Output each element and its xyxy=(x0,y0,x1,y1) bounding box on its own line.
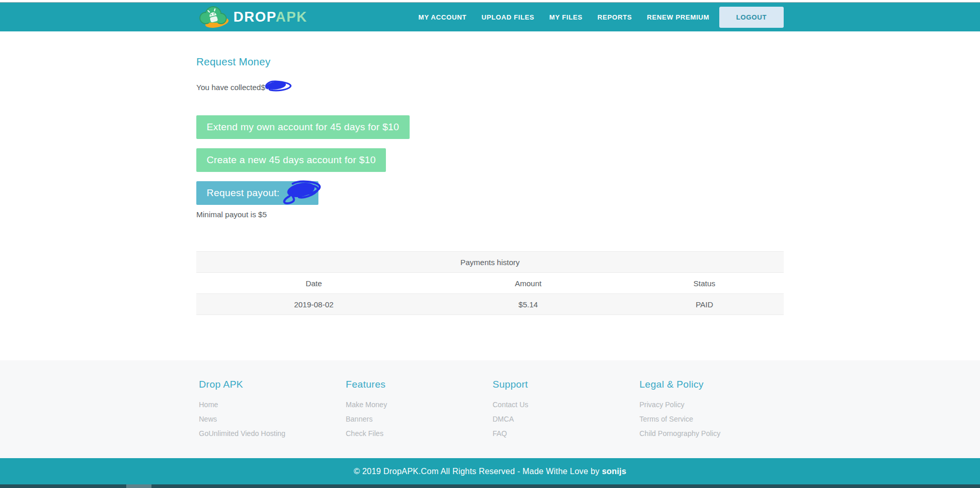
footer-heading: Legal & Policy xyxy=(639,379,784,390)
logo-text-drop: DROP xyxy=(233,9,276,25)
footer-link-terms-of-service[interactable]: Terms of Service xyxy=(639,412,784,426)
collected-text: You have collected xyxy=(196,83,261,92)
create-account-button[interactable]: Create a new 45 days account for $10 xyxy=(196,148,386,172)
footer-link-contact-us[interactable]: Contact Us xyxy=(493,397,637,412)
logout-button[interactable]: LOGOUT xyxy=(719,7,784,28)
nav-item-my-files[interactable]: MY FILES xyxy=(549,13,583,21)
logo-text-apk: APK xyxy=(276,9,308,25)
collected-amount-line: You have collected$ xyxy=(196,81,784,94)
nav-item-my-account[interactable]: MY ACCOUNT xyxy=(418,13,466,21)
copyright-text: © 2019 DropAPK.Com All Rights Reserved -… xyxy=(353,467,602,476)
horizontal-scrollbar-track xyxy=(0,484,980,488)
footer-link-privacy-policy[interactable]: Privacy Policy xyxy=(639,397,784,412)
copyright-author: sonijs xyxy=(602,467,626,476)
footer-column-dropapk: Drop APK Home News GoUnlimited Viedo Hos… xyxy=(196,379,343,441)
column-header-amount: Amount xyxy=(431,279,625,288)
request-payout-label: Request payout: xyxy=(207,187,279,198)
footer-column-legal: Legal & Policy Privacy Policy Terms of S… xyxy=(637,379,784,441)
extend-account-button[interactable]: Extend my own account for 45 days for $1… xyxy=(196,115,410,139)
site-footer: Drop APK Home News GoUnlimited Viedo Hos… xyxy=(0,360,980,458)
nav-item-reports[interactable]: REPORTS xyxy=(598,13,632,21)
footer-area: Drop APK Home News GoUnlimited Viedo Hos… xyxy=(0,360,980,488)
cell-amount: $5.14 xyxy=(431,300,625,309)
footer-column-features: Features Make Money Banners Check Files xyxy=(343,379,490,441)
footer-column-support: Support Contact Us DMCA FAQ xyxy=(490,379,637,441)
footer-link-home[interactable]: Home xyxy=(199,397,343,412)
logo[interactable]: DROPAPK xyxy=(196,4,308,30)
footer-heading: Support xyxy=(493,379,637,390)
footer-link-child-pornography-policy[interactable]: Child Pornography Policy xyxy=(639,426,784,441)
column-header-date: Date xyxy=(196,279,431,288)
table-header-row: Date Amount Status xyxy=(196,273,784,294)
nav-item-renew-premium[interactable]: RENEW PREMIUM xyxy=(647,13,709,21)
horizontal-scrollbar-thumb[interactable] xyxy=(126,484,151,488)
table-title-row: Payments history xyxy=(196,252,784,273)
footer-link-faq[interactable]: FAQ xyxy=(493,426,637,441)
footer-link-make-money[interactable]: Make Money xyxy=(346,397,490,412)
footer-link-news[interactable]: News xyxy=(199,412,343,426)
column-header-status: Status xyxy=(625,279,784,288)
footer-link-gounlimited[interactable]: GoUnlimited Viedo Hosting xyxy=(199,426,343,441)
dropapk-logo-icon xyxy=(196,4,230,30)
footer-heading: Drop APK xyxy=(199,379,343,390)
footer-link-dmca[interactable]: DMCA xyxy=(493,412,637,426)
cell-status: PAID xyxy=(625,300,784,309)
table-row: 2019-08-02 $5.14 PAID xyxy=(196,294,784,315)
logo-wordmark: DROPAPK xyxy=(233,9,308,25)
redaction-scribble xyxy=(274,179,326,210)
request-payout-button[interactable]: Request payout: xyxy=(196,181,318,205)
footer-link-check-files[interactable]: Check Files xyxy=(346,426,490,441)
nav-item-upload-files[interactable]: UPLOAD FILES xyxy=(481,13,534,21)
request-money-page: Request Money You have collected$ Extend… xyxy=(196,56,784,315)
main-nav: MY ACCOUNT UPLOAD FILES MY FILES REPORTS… xyxy=(418,7,784,28)
table-title: Payments history xyxy=(196,258,784,267)
redaction-scribble xyxy=(263,80,293,94)
minimal-payout-note: Minimal payout is $5 xyxy=(196,210,784,219)
cell-date: 2019-08-02 xyxy=(196,300,431,309)
footer-heading: Features xyxy=(346,379,490,390)
main-header: DROPAPK MY ACCOUNT UPLOAD FILES MY FILES… xyxy=(0,3,980,31)
footer-link-banners[interactable]: Banners xyxy=(346,412,490,426)
payments-history-table: Payments history Date Amount Status 2019… xyxy=(196,251,784,315)
copyright-bar: © 2019 DropAPK.Com All Rights Reserved -… xyxy=(0,458,980,484)
page-title: Request Money xyxy=(196,56,784,68)
